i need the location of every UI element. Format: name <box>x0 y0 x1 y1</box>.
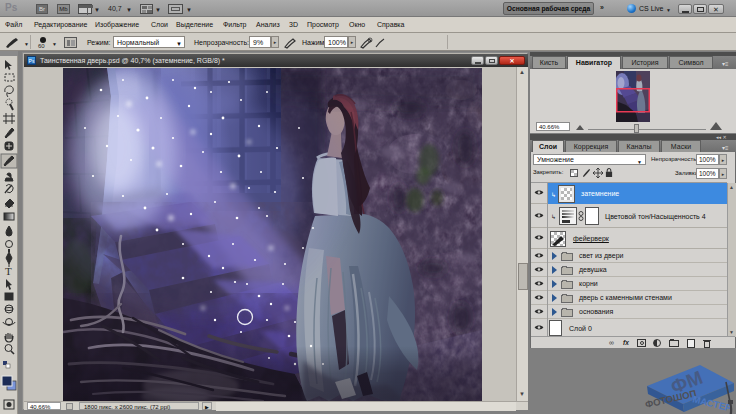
svg-text:T: T <box>5 265 12 277</box>
